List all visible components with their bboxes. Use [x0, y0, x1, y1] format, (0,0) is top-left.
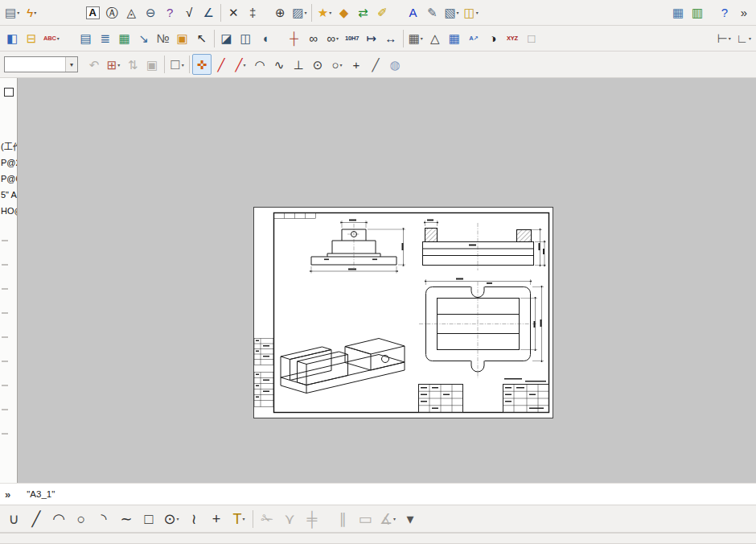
- sheet-table-icon[interactable]: ▦: [115, 28, 134, 49]
- center-target-icon[interactable]: ⊕: [270, 2, 290, 23]
- viewport-corner-icon[interactable]: ∟▾: [733, 28, 754, 49]
- circle-tool-icon[interactable]: ○: [70, 507, 92, 531]
- picture-block-icon-dropdown[interactable]: ▾: [457, 10, 459, 15]
- drawing-sheet[interactable]: [253, 207, 553, 418]
- find-replace-icon-dropdown[interactable]: ▾: [336, 35, 339, 41]
- zoom-query-icon[interactable]: ?: [160, 2, 179, 23]
- wand-tool-icon[interactable]: ✐: [372, 2, 392, 23]
- insert-image-icon[interactable]: ⊞▾: [104, 54, 123, 75]
- sidebar-item[interactable]: HO@: [0, 203, 17, 219]
- rectangle-tool-icon[interactable]: □: [138, 507, 160, 531]
- snap-line-icon[interactable]: ╱: [212, 54, 231, 75]
- block-library-icon-dropdown[interactable]: ▾: [476, 10, 479, 15]
- leader-text-icon[interactable]: A↗: [464, 28, 483, 49]
- flag-note-icon[interactable]: ◬: [121, 2, 141, 23]
- picture-block-icon[interactable]: ▧▾: [442, 2, 461, 23]
- plus-tool-icon[interactable]: +: [347, 54, 366, 75]
- circle-options-icon[interactable]: ○▾: [327, 54, 347, 75]
- sidebar-expand-chevron[interactable]: »: [0, 488, 15, 501]
- partial-pencil-icon[interactable]: ✎: [27, 536, 46, 544]
- drawing-canvas[interactable]: [18, 78, 756, 483]
- layer-stack-icon[interactable]: ≣: [96, 28, 115, 49]
- cross-mark-icon[interactable]: ✕: [224, 2, 243, 23]
- row1-overflow-chevron[interactable]: »: [734, 2, 754, 23]
- section-view-icon[interactable]: ◪: [217, 28, 236, 49]
- combo-dropdown-arrow[interactable]: ▾: [65, 57, 77, 72]
- style-combobox[interactable]: ▾: [4, 56, 78, 72]
- aux-view-icon[interactable]: ◫: [236, 28, 256, 49]
- datum-text-icon[interactable]: Ⓐ: [102, 2, 121, 23]
- layers-icon[interactable]: ▤: [76, 28, 96, 49]
- slope-symbol-icon[interactable]: ∠: [199, 2, 218, 23]
- panel-window-icon[interactable]: ◧: [2, 28, 22, 49]
- grid-dots-icon-dropdown[interactable]: ▾: [421, 35, 423, 41]
- note-style-icon[interactable]: ▤▾: [2, 2, 22, 23]
- divide-mark-icon[interactable]: ‡: [243, 2, 262, 23]
- insert-picture-icon-dropdown[interactable]: ▾: [304, 10, 306, 15]
- text-insert-icon[interactable]: T▾: [228, 507, 250, 531]
- polyline-tool-icon[interactable]: ≀: [183, 507, 205, 531]
- folder-icon[interactable]: ⊟: [22, 28, 41, 49]
- sqrt-icon[interactable]: √: [179, 2, 199, 23]
- sidebar-item[interactable]: P@6: [0, 171, 17, 187]
- scale-ruler-icon-dropdown[interactable]: ▾: [729, 35, 731, 41]
- triangle-icon[interactable]: △: [425, 28, 445, 49]
- layer-move-icon[interactable]: ↘: [134, 28, 154, 49]
- bottom-overflow-chevron[interactable]: ▾: [399, 507, 421, 531]
- power-objects-icon[interactable]: ϟ▾: [22, 2, 41, 23]
- center-circle-icon[interactable]: ⊙▾: [160, 507, 183, 531]
- block-3d-icon[interactable]: ▣: [173, 28, 192, 49]
- sphere-tool-icon[interactable]: ◍: [385, 54, 405, 75]
- block-library-icon[interactable]: ◫▾: [462, 2, 481, 23]
- snap-move-icon[interactable]: ✜: [192, 54, 212, 75]
- arc-tangent-icon[interactable]: ◝: [92, 507, 115, 531]
- partial-cube-icon[interactable]: ▧: [47, 536, 67, 544]
- star-tool-icon-dropdown[interactable]: ▾: [329, 10, 331, 15]
- slash-tool-icon[interactable]: ╱: [366, 54, 385, 75]
- find-replace-icon[interactable]: ∞▾: [323, 28, 343, 49]
- curve-handles-icon[interactable]: ∪: [2, 507, 25, 531]
- abc-stamp-icon[interactable]: ABC▾: [41, 28, 62, 49]
- panel-box-icon[interactable]: [4, 88, 14, 97]
- arc-3pt-icon[interactable]: ◠: [47, 507, 70, 531]
- scale-ruler-icon[interactable]: ⊢▾: [714, 28, 733, 49]
- table-tool-icon[interactable]: ▥: [688, 2, 707, 23]
- grid-dots-icon[interactable]: ▦▾: [406, 28, 425, 49]
- sidebar-item[interactable]: 5" A: [0, 187, 17, 203]
- selection-box-icon[interactable]: ☐▾: [167, 54, 187, 75]
- selection-box-icon-dropdown[interactable]: ▾: [182, 62, 184, 68]
- edit-settings-icon[interactable]: ✎: [422, 2, 442, 23]
- surface-finish-icon[interactable]: ◑: [483, 28, 503, 49]
- curve-tool-icon[interactable]: ∼: [115, 507, 138, 531]
- crosshair-dashed-icon[interactable]: ┼: [285, 28, 304, 49]
- find-icon[interactable]: ∞: [304, 28, 323, 49]
- xyz-coords-icon[interactable]: XYZ: [503, 28, 522, 49]
- power-objects-icon-dropdown[interactable]: ▾: [34, 10, 36, 15]
- spline-text-icon[interactable]: ∿: [269, 54, 289, 75]
- grid-sparkle-icon[interactable]: ▦: [668, 2, 688, 23]
- tolerance-dim-icon[interactable]: 10H7: [343, 28, 362, 49]
- blue-grid-icon[interactable]: ▦: [445, 28, 464, 49]
- underline-text-icon[interactable]: A: [403, 2, 422, 23]
- viewport-corner-icon-dropdown[interactable]: ▾: [749, 35, 751, 41]
- forge-tool-icon[interactable]: ◆: [334, 2, 353, 23]
- text-tool-icon[interactable]: A: [83, 2, 102, 23]
- partial-folder-icon[interactable]: ⊟: [72, 536, 91, 544]
- perpendicular-icon[interactable]: ⊥: [289, 54, 308, 75]
- insert-image-icon-dropdown[interactable]: ▾: [117, 62, 120, 68]
- swap-views-icon[interactable]: ⇄: [353, 2, 372, 23]
- circle-center-icon[interactable]: ⊙: [308, 54, 327, 75]
- help-icon[interactable]: ?: [715, 2, 734, 23]
- circle-options-icon-dropdown[interactable]: ▾: [340, 62, 343, 68]
- note-style-icon-dropdown[interactable]: ▾: [17, 10, 19, 15]
- line-tool-icon[interactable]: ╱: [25, 507, 47, 531]
- ordered-list-icon[interactable]: №: [154, 28, 173, 49]
- span-dim-icon[interactable]: ↔: [381, 28, 401, 49]
- angle-dim-icon-dropdown[interactable]: ▾: [393, 516, 396, 521]
- sidebar-item[interactable]: P@2: [0, 155, 17, 171]
- line-options-icon-dropdown[interactable]: ▾: [244, 62, 246, 68]
- sidebar-item[interactable]: (工作: [0, 138, 17, 155]
- point-tool-icon[interactable]: +: [205, 507, 228, 531]
- center-circle-icon-dropdown[interactable]: ▾: [177, 516, 179, 521]
- text-insert-icon-dropdown[interactable]: ▾: [242, 516, 244, 521]
